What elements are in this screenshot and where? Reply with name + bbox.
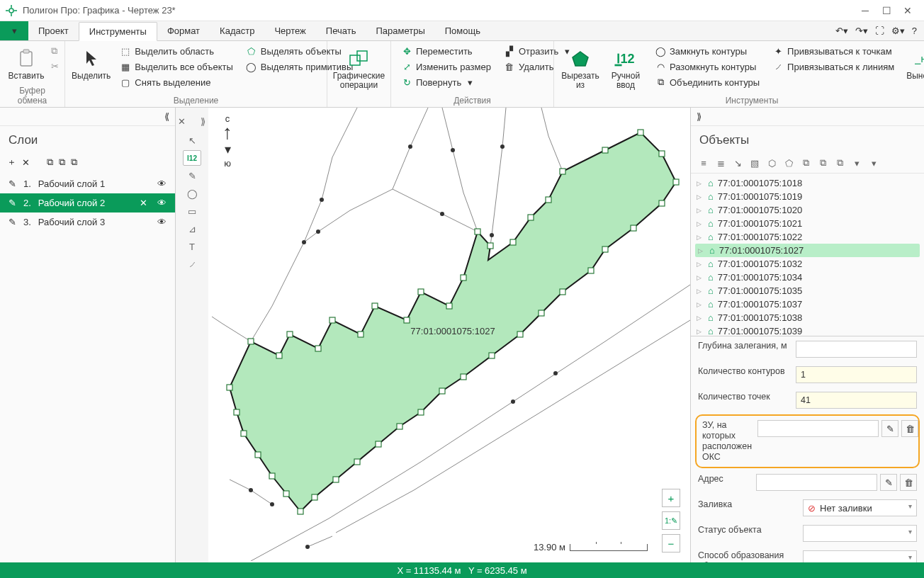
points-input[interactable] [796, 392, 917, 409]
delete-zu-button[interactable]: 🗑 [901, 420, 918, 437]
tool-line-icon[interactable]: ⟋ [183, 256, 201, 272]
tab-drawing[interactable]: Чертеж [264, 21, 315, 40]
select-button[interactable]: Выделить [71, 44, 111, 84]
layer-tool2-icon[interactable]: ⧉ [59, 157, 65, 168]
minimize-button[interactable]: ─ [855, 2, 876, 19]
tool-pen-icon[interactable]: ✎ [183, 168, 201, 183]
obj-tool-4-icon[interactable]: ▧ [748, 156, 762, 170]
obj-tool-2-icon[interactable]: ≣ [714, 156, 728, 170]
cut-icon[interactable]: ✂ [51, 61, 59, 72]
tool-dim-icon[interactable]: ⊿ [183, 221, 201, 237]
callout-button[interactable]: ⎯н1 Выноска [903, 44, 924, 84]
eye-icon[interactable]: 👁 [157, 178, 167, 189]
tab-params[interactable]: Параметры [366, 21, 434, 40]
object-row[interactable]: ▷⌂77:01:0001075:1019 [691, 190, 924, 203]
zoom-out-button[interactable]: − [662, 534, 680, 552]
tab-print[interactable]: Печать [316, 21, 366, 40]
obj-tool-9-icon[interactable]: ⧉ [833, 156, 847, 170]
eye-icon[interactable]: 👁 [157, 198, 167, 208]
undo-icon[interactable]: ↶▾ [835, 26, 848, 36]
rotate-button[interactable]: ↻Повернуть ▾ [397, 75, 495, 89]
tree-expand-icon[interactable]: ▷ [698, 247, 705, 254]
copy-icon[interactable]: ⧉ [51, 45, 59, 57]
fill-select[interactable]: ⊘ Нет заливки [803, 499, 917, 516]
depth-input[interactable] [796, 341, 917, 358]
object-row[interactable]: ▷⌂77:01:0001075:1018 [691, 176, 924, 190]
tool-text-icon[interactable]: T [183, 239, 201, 254]
select-area-button[interactable]: ⬚Выделить область [116, 44, 237, 58]
edit-address-button[interactable]: ✎ [880, 474, 897, 491]
layer-item-3[interactable]: ✎ 3. Рабочий слой 3 👁 [0, 212, 175, 232]
obj-tool-10-icon[interactable]: ▾ [850, 156, 864, 170]
obj-tool-3-icon[interactable]: ↘ [731, 156, 745, 170]
object-row[interactable]: ▷⌂77:01:0001075:1020 [691, 203, 924, 217]
tree-expand-icon[interactable]: ▷ [697, 314, 704, 322]
close-contours-button[interactable]: ◯Замкнуть контуры [650, 44, 764, 58]
object-row[interactable]: ▷⌂77:01:0001075:1039 [691, 324, 924, 336]
eye-icon[interactable]: 👁 [157, 217, 167, 227]
obj-tool-8-icon[interactable]: ⧉ [816, 156, 830, 170]
layer-item-2[interactable]: ✎ 2. Рабочий слой 2 ✕ 👁 [0, 193, 175, 212]
resize-button[interactable]: ⤢Изменить размер [397, 60, 495, 74]
help-icon[interactable]: ? [912, 26, 917, 36]
deselect-button[interactable]: ▢Снять выделение [116, 75, 237, 89]
obj-tool-1-icon[interactable]: ≡ [697, 156, 711, 170]
cut-from-button[interactable]: Вырезать из [560, 44, 601, 94]
panel-expand-icon[interactable]: ⟫ [697, 111, 702, 122]
tree-expand-icon[interactable]: ▷ [697, 180, 704, 187]
tree-expand-icon[interactable]: ▷ [697, 220, 704, 227]
edit-zu-button[interactable]: ✎ [881, 420, 898, 437]
obj-tool-7-icon[interactable]: ⧉ [799, 156, 813, 170]
manual-input-button[interactable]: I̲12 Ручной ввод [605, 44, 646, 94]
snap-points-button[interactable]: ✦Привязываться к точкам [768, 44, 898, 58]
contours-input[interactable] [796, 366, 917, 383]
tree-expand-icon[interactable]: ▷ [697, 328, 704, 335]
obj-tool-11-icon[interactable]: ▾ [867, 156, 881, 170]
tool-circle-icon[interactable]: ◯ [183, 186, 201, 201]
layer-tool3-icon[interactable]: ⧉ [71, 157, 77, 168]
object-row[interactable]: ▷⌂77:01:0001075:1027 [695, 244, 920, 257]
remove-layer-button[interactable]: ✕ [22, 157, 30, 168]
zoom-fit-button[interactable]: 1:✎ [662, 511, 680, 530]
paste-button[interactable]: Вставить [6, 44, 47, 84]
tree-expand-icon[interactable]: ▷ [697, 301, 704, 308]
tool-i12-icon[interactable]: I12 [183, 150, 201, 166]
open-contours-button[interactable]: ◠Разомкнуть контуры [650, 60, 764, 74]
tree-expand-icon[interactable]: ▷ [697, 193, 704, 200]
tab-tools[interactable]: Инструменты [79, 22, 157, 41]
zu-input[interactable] [757, 420, 879, 437]
layer-item-1[interactable]: ✎ 1. Рабочий слой 1 👁 [0, 174, 175, 193]
maximize-button[interactable]: ☐ [876, 2, 897, 19]
tree-expand-icon[interactable]: ▷ [697, 207, 704, 214]
object-row[interactable]: ▷⌂77:01:0001075:1022 [691, 230, 924, 244]
object-row[interactable]: ▷⌂77:01:0001075:1037 [691, 298, 924, 311]
close-layer-icon[interactable]: ✕ [140, 198, 147, 208]
close-button[interactable]: ✕ [897, 2, 918, 19]
tree-expand-icon[interactable]: ▷ [697, 261, 704, 268]
tree-expand-icon[interactable]: ▷ [697, 288, 704, 295]
address-input[interactable] [756, 474, 877, 491]
merge-contours-button[interactable]: ⧉Объединить контуры [650, 75, 764, 89]
move-button[interactable]: ✥Переместить [397, 44, 495, 58]
file-menu-button[interactable]: ▾ [0, 21, 28, 40]
layer-tool1-icon[interactable]: ⧉ [47, 157, 53, 168]
redo-icon[interactable]: ↷▾ [855, 26, 868, 36]
object-row[interactable]: ▷⌂77:01:0001075:1035 [691, 284, 924, 298]
status-select[interactable] [803, 525, 917, 542]
object-row[interactable]: ▷⌂77:01:0001075:1038 [691, 311, 924, 324]
add-layer-button[interactable]: ＋ [7, 156, 16, 169]
zoom-in-button[interactable]: + [662, 489, 680, 507]
gear-icon[interactable]: ⚙▾ [891, 26, 905, 36]
snap-lines-button[interactable]: ⟋Привязываться к линиям [768, 60, 898, 74]
formation-select[interactable] [803, 550, 917, 562]
tool-cursor-icon[interactable]: ↖ [183, 132, 201, 148]
obj-tool-5-icon[interactable]: ⬡ [765, 156, 779, 170]
tool-rect-icon[interactable]: ▭ [183, 203, 201, 219]
select-all-button[interactable]: ▦Выделить все объекты [116, 60, 237, 74]
tab-help[interactable]: Помощь [435, 21, 490, 40]
tree-expand-icon[interactable]: ▷ [697, 274, 704, 281]
tab-format[interactable]: Формат [157, 21, 210, 40]
object-row[interactable]: ▷⌂77:01:0001075:1032 [691, 257, 924, 271]
tab-cadastre[interactable]: Кадастр [210, 21, 264, 40]
obj-tool-6-icon[interactable]: ⬠ [782, 156, 796, 170]
